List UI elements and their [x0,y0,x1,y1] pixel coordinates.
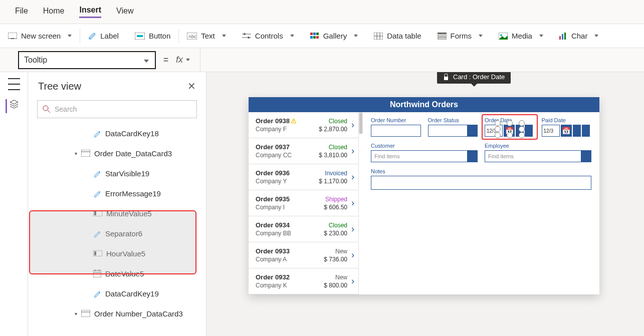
list-scrollbar[interactable] [359,112,363,134]
svg-point-24 [500,34,502,36]
tree-view-tab[interactable] [6,99,18,113]
chevron-right-icon[interactable]: › [351,224,354,234]
chevron-right-icon[interactable]: › [351,250,354,260]
app-title: Northwind Orders [249,97,599,112]
field-paid-date: Paid Date 12/3 📅 [542,117,592,137]
hamburger-icon[interactable] [8,78,20,90]
button-icon [135,33,145,40]
app-preview[interactable]: Northwind Orders Order 0938⚠Company FClo… [249,97,599,294]
svg-rect-35 [94,251,96,255]
formula-bar: Tooltip = fx [0,48,644,72]
order-row[interactable]: Order 0933Company ANew$ 736.00› [249,242,358,268]
search-icon [43,105,51,113]
calendar-icon[interactable]: 📅 [561,125,572,137]
tree-node[interactable]: DataCardKey18 [28,123,206,143]
layers-icon [9,99,19,109]
svg-point-9 [248,37,250,39]
datatable-button[interactable]: Data table [366,24,429,48]
tree-node[interactable]: ▾Order Number_DataCard3 [28,303,206,323]
gallery-icon [310,33,319,40]
fx-button[interactable]: fx [176,55,190,65]
tree-node[interactable]: StarVisible19 [28,163,206,183]
table-icon [374,33,383,40]
left-rail [0,72,28,336]
order-date-input[interactable]: 12/3 [485,125,503,137]
field-employee: Employee Find items [485,143,591,162]
svg-line-29 [48,110,50,113]
tree-node[interactable]: ErrorMessage19 [28,183,206,203]
forms-dropdown[interactable]: Forms [430,24,491,48]
tree-node[interactable]: HourValue5 [28,243,206,263]
paid-date-input[interactable]: 12/3 [542,125,560,137]
tree-node[interactable]: MinuteValue5 [28,203,206,223]
order-form[interactable]: Order Number Order Status Order Date 12/… [363,112,599,198]
tree-node[interactable]: DataCardKey19 [28,283,206,303]
label-button[interactable]: Label [80,24,127,48]
svg-rect-21 [438,35,447,37]
text-icon: Abc [187,33,197,40]
order-row[interactable]: Order 0938⚠Company FClosed$ 2,870.00› [249,112,358,138]
charts-dropdown[interactable]: Char [551,24,607,48]
media-dropdown[interactable]: Media [491,24,551,48]
order-row[interactable]: Order 0935Company IShipped$ 606.50› [249,190,358,216]
menu-file[interactable]: File [15,7,28,18]
svg-point-8 [244,33,246,35]
canvas[interactable]: Card : Order Date Northwind Orders Order… [206,72,644,336]
tree-node[interactable]: Separator6 [28,223,206,243]
chevron-right-icon[interactable]: › [351,146,354,156]
order-row[interactable]: Order 0936Company YInvoiced$ 1,170.00› [249,164,358,190]
calendar-icon[interactable]: 📅 [504,125,515,137]
media-icon [499,33,508,40]
tree-view-panel: Tree view ✕ Search DataCardKey18▾Order D… [28,72,206,336]
svg-text:Abc: Abc [188,34,196,39]
equals-label: = [156,55,176,65]
svg-rect-3 [137,35,143,37]
close-panel-icon[interactable]: ✕ [187,80,196,92]
svg-rect-20 [438,33,447,34]
svg-rect-25 [559,36,561,40]
order-gallery[interactable]: Order 0938⚠Company FClosed$ 2,870.00›Ord… [249,112,359,294]
order-row[interactable]: Order 0937Company CCClosed$ 3,810.00› [249,138,358,164]
controls-dropdown[interactable]: Controls [234,24,302,48]
new-screen-button[interactable]: New screen [0,24,80,48]
menu-insert[interactable]: Insert [79,6,101,18]
svg-rect-13 [310,36,313,39]
svg-rect-26 [562,34,563,40]
hour-select[interactable] [516,125,524,137]
property-dropdown[interactable]: Tooltip [18,51,156,69]
employee-select[interactable]: Find items [485,150,591,162]
minute-select[interactable] [525,125,533,137]
tree-view-title: Tree view [38,81,81,92]
chevron-right-icon[interactable]: › [351,120,354,130]
chevron-right-icon[interactable]: › [351,198,354,208]
order-status-select[interactable] [428,125,478,137]
forms-icon [438,33,447,40]
chevron-right-icon[interactable]: › [351,276,354,286]
order-row[interactable]: Order 0934Company BBClosed$ 230.00› [249,216,358,242]
chevron-right-icon[interactable]: › [351,172,354,182]
svg-rect-30 [81,150,90,157]
chart-icon [559,33,567,40]
menu-home[interactable]: Home [43,7,65,18]
svg-rect-14 [313,36,316,39]
tree-node[interactable]: DateValue5 [28,263,206,283]
field-order-number: Order Number [371,117,421,137]
controls-icon [242,33,251,40]
ribbon: New screen Label Button Abc Text Control… [0,24,644,48]
customer-select[interactable]: Find items [371,150,478,162]
notes-input[interactable] [371,176,591,190]
order-row[interactable]: Order 0932Company KNew$ 800.00› [249,268,358,294]
button-button[interactable]: Button [127,24,178,48]
lock-icon [443,74,449,81]
tree-search-input[interactable]: Search [37,100,197,118]
text-dropdown[interactable]: Abc Text [179,24,234,48]
field-order-date: Order Date 12/3 📅 [485,117,535,137]
menu-view[interactable]: View [116,7,133,18]
field-order-status: Order Status [428,117,478,137]
gallery-dropdown[interactable]: Gallery [302,24,366,48]
svg-rect-11 [313,33,316,35]
svg-rect-10 [310,33,313,35]
order-number-input[interactable] [371,125,421,137]
tree-node[interactable]: ▾Order Date_DataCard3 [28,143,206,163]
svg-rect-22 [438,38,447,39]
